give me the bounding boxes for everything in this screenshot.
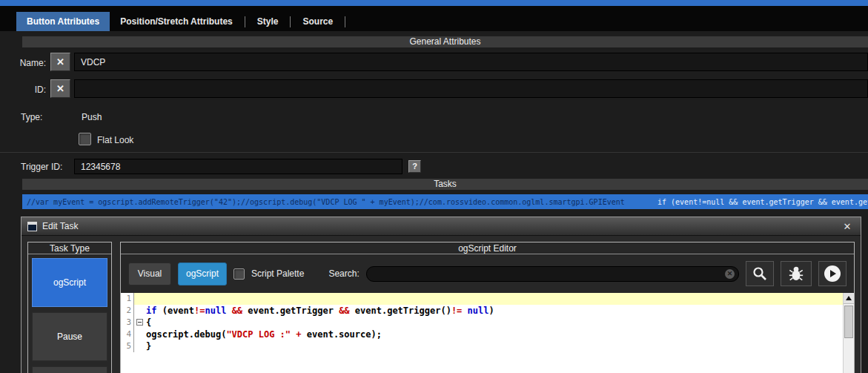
task-row-selected[interactable]: //var myEvent = ogscript.addRemoteTrigge… [22,194,868,209]
visual-button[interactable]: Visual [128,263,171,285]
id-clear-button[interactable]: ✕ [50,79,70,98]
scroll-up-button[interactable] [844,293,854,304]
section-divider [0,152,868,153]
name-clear-button[interactable]: ✕ [50,53,70,71]
code-text: ogscript.debug("VDCP LOG :" + event.sour… [146,329,843,340]
script-palette-checkbox[interactable] [233,268,245,280]
type-label: Type: [21,112,42,122]
ogscript-button[interactable]: ogScript [178,263,227,285]
code-line[interactable]: 3{ [121,317,843,329]
help-button[interactable]: ? [408,160,421,173]
clear-x-icon: ✕ [56,56,64,67]
trigger-id-input[interactable] [74,159,402,174]
code-line[interactable]: 2if (event!=null && event.getTrigger && … [121,305,843,317]
fold-margin[interactable] [133,317,146,329]
bug-icon [788,265,804,282]
task-type-header: Task Type [28,242,111,254]
window-top-accent [0,0,868,6]
tab-separator [290,16,291,27]
debug-button[interactable] [781,261,812,286]
ogscript-editor-header: ogScript Editor [121,242,854,254]
search-button[interactable] [746,261,774,286]
fold-margin [133,305,146,317]
general-attributes-header: General Attributes [22,36,868,47]
play-icon [824,265,841,282]
tab-position-stretch-attributes[interactable]: Position/Stretch Attributes [110,12,243,31]
dialog-title: Edit Task [42,221,78,231]
arrow-up-icon [846,296,852,300]
question-mark-icon: ? [412,162,417,171]
search-label: Search: [328,268,359,279]
ogscript-editor-panel: ogScript Editor Visual ogScript Script P… [120,242,855,373]
search-field-wrap: ✕ [366,266,739,282]
name-label: Name: [0,58,46,68]
type-value[interactable]: Push [82,112,102,122]
dialog-close-icon[interactable]: ✕ [840,221,855,232]
code-text: } [146,340,843,352]
code-line[interactable]: 1 [121,293,843,305]
scrollbar-thumb[interactable] [844,306,853,338]
code-text: if (event!=null && event.getTrigger && e… [146,305,843,317]
id-input[interactable] [74,79,868,98]
tab-bar: Button Attributes Position/Stretch Attri… [0,6,868,31]
editor-toolbar: Visual ogScript Script Palette Search: ✕ [121,254,854,293]
magnifier-icon [752,265,768,282]
id-label: ID: [0,85,46,95]
code-lines: 12if (event!=null && event.getTrigger &&… [121,293,843,373]
task-type-panel: Task Type ogScript Pause [27,242,112,373]
line-number: 4 [121,329,133,340]
fold-collapse-icon[interactable] [136,319,143,326]
line-number: 5 [121,340,133,352]
task-type-item-pause[interactable]: Pause [32,312,107,361]
task-type-item-ogscript[interactable]: ogScript [32,258,107,307]
tab-separator [345,16,345,27]
trigger-id-label: Trigger ID: [21,162,62,172]
script-palette-label: Script Palette [251,268,304,279]
edit-task-dialog: Edit Task ✕ Task Type ogScript Pause ogS… [21,217,861,373]
tasks-header: Tasks [22,179,868,190]
task-type-list: ogScript Pause [28,254,111,373]
task-condition-text: if (event!=null && event.getTrigger && e… [657,198,868,206]
code-editor[interactable]: 12if (event!=null && event.getTrigger &&… [121,293,854,373]
dialog-title-bar[interactable]: Edit Task ✕ [21,217,861,236]
search-clear-icon[interactable]: ✕ [725,269,735,279]
tab-style[interactable]: Style [247,12,289,31]
clear-x-icon: ✕ [56,83,64,94]
task-type-item-partial[interactable] [32,366,107,373]
fold-margin [133,293,146,305]
task-script-text: //var myEvent = ogscript.addRemoteTrigge… [22,198,657,206]
dialog-app-icon [27,222,37,231]
search-input[interactable] [366,266,739,282]
tab-button-attributes[interactable]: Button Attributes [16,12,110,31]
code-text [146,293,843,305]
code-line[interactable]: 5} [121,340,843,352]
line-number: 1 [121,293,133,305]
tab-separator [245,16,245,27]
line-number: 3 [121,317,133,329]
flat-look-label: Flat Look [97,135,133,145]
name-input[interactable] [74,53,868,71]
tab-source[interactable]: Source [292,12,343,31]
code-text: { [146,317,843,329]
editor-scrollbar[interactable] [843,293,854,373]
fold-margin [133,340,146,352]
flat-look-checkbox[interactable] [79,133,91,145]
run-button[interactable] [818,261,847,286]
code-line[interactable]: 4ogscript.debug("VDCP LOG :" + event.sou… [121,329,843,340]
line-number: 2 [121,305,133,317]
fold-margin [133,329,146,340]
